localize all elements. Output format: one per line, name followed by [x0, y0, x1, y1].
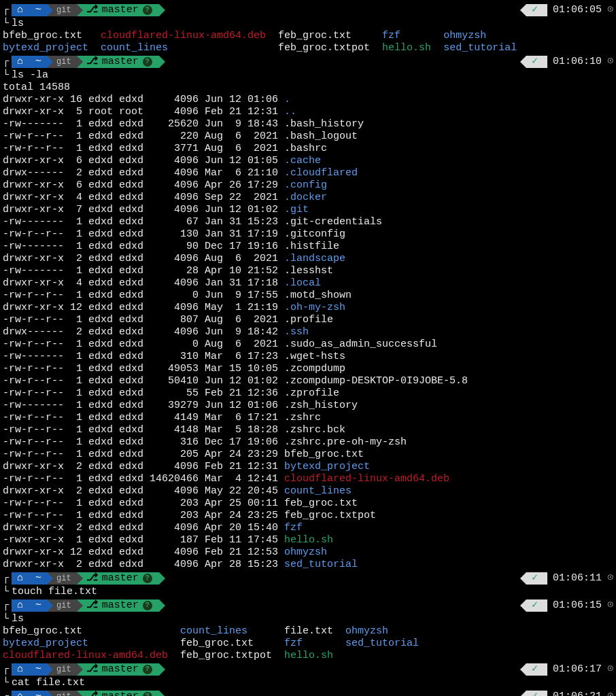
command-line[interactable]: └ ls -la — [3, 69, 613, 82]
output-line: -rw------- 1 edxd edxd 28 Apr 10 21:52 .… — [3, 265, 613, 277]
ls-entry: .zsh_history — [284, 400, 358, 411]
output-line: -rw-r--r-- 1 edxd edxd 316 Dec 17 19:06 … — [3, 436, 613, 449]
output-line: bytexd_project feb_groc.txt fzf sed_tuto… — [3, 638, 613, 650]
prompt-time: 01:06:10 — [553, 56, 602, 68]
home-icon: ⌂ — [17, 599, 23, 612]
ls-entry: fzf — [284, 638, 345, 649]
bracket-icon: ┌ — [3, 663, 9, 676]
ls-entry: count_lines — [101, 42, 278, 54]
terminal-output[interactable]: ┌ ⌂ ~ git ⎇master? ✓ 01:06:05 ⊙ └ ls bfe… — [3, 4, 613, 696]
ls-entry: file.txt — [284, 625, 345, 637]
output-line: drwxr-xr-x 2 edxd edxd 4096 May 22 20:45… — [3, 485, 613, 498]
ls-entry: .zcompdump-DESKTOP-0I9JOBE-5.8 — [284, 375, 468, 387]
home-icon: ⌂ — [17, 572, 23, 585]
question-icon: ? — [143, 57, 152, 67]
status-pill: ✓ — [526, 572, 547, 585]
output-line: -rw-r--r-- 1 edxd edxd 4148 Mar 5 18:28 … — [3, 424, 613, 436]
output-line: drwx------ 2 edxd edxd 4096 Jun 9 18:42 … — [3, 326, 613, 338]
ls-entry: cloudflared-linux-amd64.deb — [101, 30, 278, 41]
output-line: drwxr-xr-x 2 edxd edxd 4096 Aug 6 2021 .… — [3, 253, 613, 265]
ls-entry: feb_groc.txt — [278, 30, 382, 41]
ls-entry: .sudo_as_admin_successful — [284, 338, 437, 350]
bracket-icon: └ — [3, 69, 9, 82]
command-text: ls — [12, 613, 24, 625]
ls-entry: .config — [284, 179, 327, 191]
command-line[interactable]: └ touch file.txt — [3, 586, 613, 598]
output-line: -rwxr-xr-x 1 edxd edxd 187 Feb 11 17:45 … — [3, 534, 613, 546]
output-line: -rw-r--r-- 1 edxd edxd 50410 Jun 12 01:0… — [3, 375, 613, 387]
prompt-branch: ⎇master? — [77, 599, 159, 612]
clock-icon: ⊙ — [607, 663, 613, 676]
command-text: ls — [12, 18, 24, 30]
question-icon: ? — [143, 601, 152, 610]
ls-entry: sed_tutorial — [284, 559, 358, 570]
output-line: -rw-r--r-- 1 edxd edxd 130 Jan 31 17:19 … — [3, 228, 613, 241]
clock-icon: ⊙ — [607, 56, 613, 68]
ls-entry: sed_tutorial — [345, 638, 431, 649]
ls-entry: count_lines — [180, 625, 284, 637]
prompt-time: 01:06:15 — [553, 599, 602, 612]
output-line: drwxr-xr-x 2 edxd edxd 4096 Feb 21 12:31… — [3, 461, 613, 473]
ls-entry: feb_groc.txtpot — [284, 510, 376, 521]
question-icon: ? — [143, 665, 152, 674]
prompt-branch: ⎇master? — [77, 691, 159, 696]
ls-entry: bfeb_groc.txt — [284, 449, 364, 460]
command-text: touch file.txt — [12, 586, 97, 598]
prompt-home: ⌂ ~ — [12, 599, 47, 612]
bracket-icon: └ — [3, 677, 9, 689]
ls-entry: ohmyzsh — [345, 625, 431, 637]
ls-entry: .zprofile — [284, 387, 339, 399]
prompt-branch: ⎇master? — [77, 4, 159, 16]
bracket-icon: ┌ — [3, 56, 9, 68]
command-line[interactable]: └ ls — [3, 18, 613, 30]
output-line: -rw------- 1 edxd edxd 39279 Jun 12 01:0… — [3, 400, 613, 412]
ls-entry: .cache — [284, 155, 321, 167]
ls-entry: .motd_shown — [284, 290, 352, 301]
home-icon: ⌂ — [17, 663, 23, 676]
prompt-line: ┌ ⌂ ~ git ⎇master? ✓ 01:06:17 ⊙ — [3, 663, 613, 676]
bracket-icon: └ — [3, 18, 9, 30]
home-icon: ⌂ — [17, 691, 23, 696]
home-icon: ⌂ — [17, 56, 23, 68]
bracket-icon: ┌ — [3, 691, 9, 696]
branch-icon: ⎇ — [86, 599, 98, 612]
ls-entry: sed_tutorial — [443, 42, 529, 54]
output-line: -rw-r--r-- 1 edxd edxd 4149 Mar 6 17:21 … — [3, 412, 613, 424]
prompt-time: 01:06:11 — [553, 572, 602, 585]
ls-entry: .lesshst — [284, 265, 333, 277]
ls-entry: hello.sh — [284, 534, 333, 546]
prompt-time: 01:06:17 — [553, 663, 602, 676]
ls-entry: .bash_logout — [284, 130, 358, 142]
output-line: -rw------- 1 edxd edxd 310 Mar 6 17:23 .… — [3, 351, 613, 363]
status-pill: ✓ — [526, 663, 547, 676]
bracket-icon: ┌ — [3, 572, 9, 585]
bracket-icon: └ — [3, 586, 9, 598]
ls-entry: ohmyzsh — [284, 546, 327, 558]
output-line: -rw-r--r-- 1 edxd edxd 807 Aug 6 2021 .p… — [3, 314, 613, 326]
ls-entry: hello.sh — [284, 650, 345, 661]
status-pill: ✓ — [526, 4, 547, 16]
output-line: drwxr-xr-x 2 edxd edxd 4096 Apr 20 15:40… — [3, 522, 613, 534]
ls-entry — [345, 650, 431, 661]
bracket-icon: ┌ — [3, 599, 9, 612]
output-line: bfeb_groc.txt cloudflared-linux-amd64.de… — [3, 30, 613, 42]
status-pill: ✓ — [526, 56, 547, 68]
output-line: -rw-r--r-- 1 edxd edxd 49053 Mar 15 10:0… — [3, 363, 613, 375]
ls-entry: feb_groc.txt — [284, 498, 358, 509]
ls-entry: count_lines — [284, 485, 352, 497]
ls-entry: .. — [284, 106, 296, 118]
prompt-line: ┌ ⌂ ~ git ⎇master? ✓ 01:06:11 ⊙ — [3, 572, 613, 585]
output-line: -rw-r--r-- 1 edxd edxd 14620466 Mar 4 12… — [3, 473, 613, 485]
prompt-home: ⌂ ~ — [12, 663, 47, 676]
ls-entry: .local — [284, 277, 321, 289]
command-line[interactable]: └ cat file.txt — [3, 677, 613, 689]
prompt-line: ┌ ⌂ ~ git ⎇master? ✓ 01:06:15 ⊙ — [3, 599, 613, 612]
output-line: -rw-r--r-- 1 edxd edxd 55 Feb 21 12:36 .… — [3, 387, 613, 400]
prompt-time: 01:06:05 — [553, 4, 602, 16]
command-line[interactable]: └ ls — [3, 613, 613, 625]
status-pill: ✓ — [526, 691, 547, 696]
ls-entry: bytexd_project — [3, 638, 180, 649]
clock-icon: ⊙ — [607, 4, 613, 16]
output-line: -rw-r--r-- 1 edxd edxd 3771 Aug 6 2021 .… — [3, 143, 613, 155]
clock-icon: ⊙ — [607, 691, 613, 696]
